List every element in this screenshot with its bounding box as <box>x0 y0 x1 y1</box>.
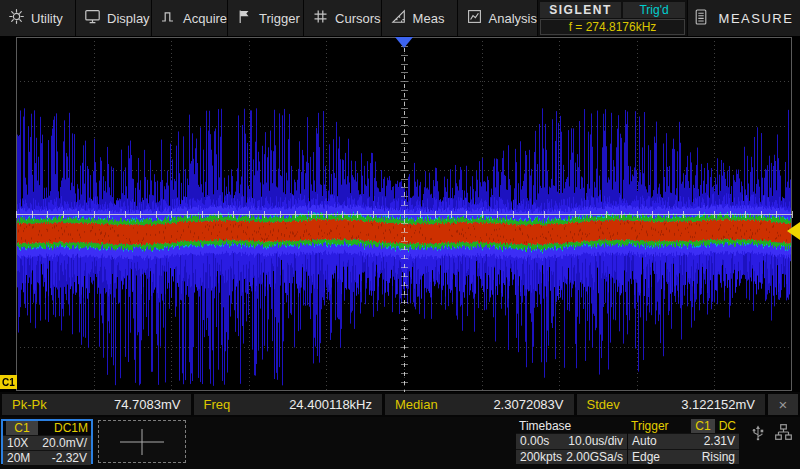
measurement-value: 74.7083mV <box>114 397 181 412</box>
siglent-logo: SIGLENT <box>540 2 621 18</box>
menu-item-trigger[interactable]: Trigger <box>228 0 304 36</box>
frequency-counter: f = 274.8176kHz <box>540 19 685 35</box>
trigger-mode: Auto <box>632 434 657 448</box>
timebase-memory-depth: 200kpts <box>520 450 562 464</box>
measurement-bar: Pk-Pk 74.7083mV Freq 24.400118kHz Median… <box>0 392 800 417</box>
trigger-coupling: DC <box>719 419 736 433</box>
timebase-scale: 10.0us/div <box>568 434 623 448</box>
add-channel-slot[interactable] <box>98 420 186 463</box>
menu-item-acquire[interactable]: Acquire <box>152 0 228 36</box>
connectivity-icons <box>751 424 792 445</box>
menu-item-analysis[interactable]: Analysis <box>458 0 538 36</box>
panel-header-label: MEASURE <box>719 11 794 26</box>
menu-item-utility[interactable]: Utility <box>0 0 76 36</box>
channel-coupling: DC1M <box>54 421 88 435</box>
menu-item-meas[interactable]: Meas <box>382 0 458 36</box>
menu-item-display[interactable]: Display <box>76 0 152 36</box>
lan-icon[interactable] <box>775 424 792 444</box>
status-bar: C1 DC1M 10X 20.0mV/ 20M -2.32V Timebase … <box>0 417 800 469</box>
ruler-icon <box>391 9 406 27</box>
menu-item-label: Utility <box>31 11 63 26</box>
measurement-item-pkpk[interactable]: Pk-Pk 74.7083mV <box>2 394 191 415</box>
display-icon <box>85 9 100 27</box>
channel-probe: 10X <box>7 436 28 450</box>
measurement-item-freq[interactable]: Freq 24.400118kHz <box>194 394 383 415</box>
measurement-item-median[interactable]: Median 2.3072083V <box>385 394 574 415</box>
waveform-canvas[interactable] <box>0 36 800 392</box>
menu-item-label: Meas <box>413 11 445 26</box>
channel-offset: -2.32V <box>52 451 87 465</box>
timebase-delay: 0.00s <box>520 434 549 448</box>
waveform-display[interactable] <box>0 36 800 392</box>
timebase-descriptor[interactable]: Timebase 0.00s 10.0us/div 200kpts 2.00GS… <box>516 419 627 464</box>
oscilloscope-screen: Utility Display Acquire Trigger Cursors <box>0 0 800 469</box>
measurement-label: Stdev <box>587 397 620 412</box>
measurement-item-stdev[interactable]: Stdev 3.122152mV <box>577 394 766 415</box>
timebase-sample-rate: 2.00GSa/s <box>566 450 623 464</box>
channel-descriptor-c1[interactable]: C1 DC1M 10X 20.0mV/ 20M -2.32V <box>1 419 93 464</box>
channel-bandwidth: 20M <box>7 451 30 465</box>
close-measurements-button[interactable]: × <box>768 394 798 415</box>
usb-icon[interactable] <box>751 424 765 445</box>
gear-icon <box>9 9 24 27</box>
menu-item-label: Display <box>107 11 150 26</box>
cursors-icon <box>313 9 328 27</box>
menu-item-label: Trigger <box>259 11 300 26</box>
measurement-label: Pk-Pk <box>12 397 47 412</box>
trigger-descriptor[interactable]: Trigger C1 DC Auto 2.31V Edge Rising <box>628 419 739 464</box>
brand-block: SIGLENT Trig'd f = 274.8176kHz <box>538 0 688 36</box>
acquire-icon <box>161 9 176 27</box>
measurement-value: 3.122152mV <box>681 397 755 412</box>
timebase-title: Timebase <box>519 419 571 433</box>
menu-item-label: Cursors <box>335 11 381 26</box>
plus-icon <box>142 429 143 455</box>
measure-panel-header[interactable]: MEASURE <box>688 0 800 36</box>
close-icon: × <box>779 397 788 412</box>
trigger-slope: Rising <box>702 450 735 464</box>
trigger-level: 2.31V <box>704 434 735 448</box>
trigger-source-tag: C1 <box>691 419 714 433</box>
menu-item-cursors[interactable]: Cursors <box>304 0 382 36</box>
flag-icon <box>237 9 252 27</box>
menu-bar: Utility Display Acquire Trigger Cursors <box>0 0 800 36</box>
menu-item-label: Analysis <box>489 11 537 26</box>
menu-item-label: Acquire <box>183 11 227 26</box>
analysis-icon <box>467 9 482 27</box>
measurement-label: Freq <box>204 397 231 412</box>
channel-name-tag: C1 <box>6 421 38 435</box>
measurement-label: Median <box>395 397 438 412</box>
trigger-status-badge: Trig'd <box>623 2 685 18</box>
measurement-value: 2.3072083V <box>493 397 563 412</box>
channel-vscale: 20.0mV/ <box>42 436 87 450</box>
clipboard-icon <box>695 9 707 28</box>
measurement-value: 24.400118kHz <box>289 397 372 412</box>
trigger-type: Edge <box>632 450 660 464</box>
trigger-title: Trigger <box>631 419 669 433</box>
